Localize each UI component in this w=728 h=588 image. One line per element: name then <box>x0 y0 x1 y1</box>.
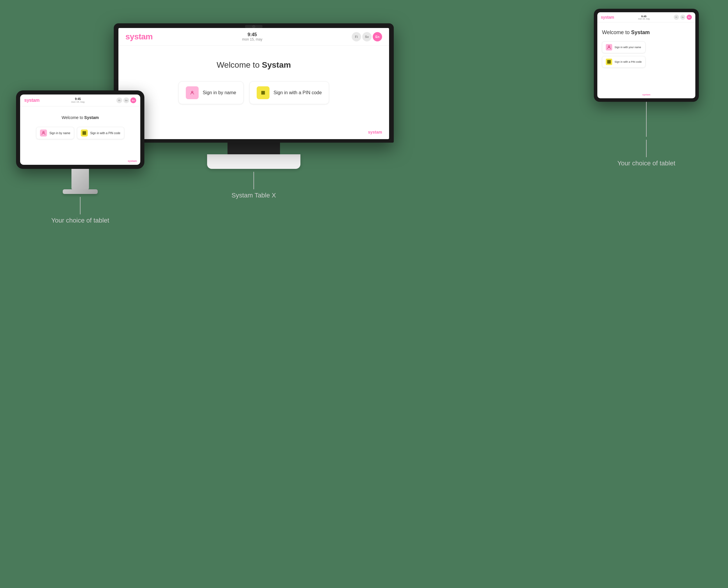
svg-rect-12 <box>84 131 85 132</box>
left-tablet-screen: systam 9:45 mon 15, may Fi Sv En Welcome… <box>20 94 140 165</box>
right-tablet-stand-line <box>646 102 647 137</box>
right-label-arrow <box>646 140 647 157</box>
svg-rect-27 <box>607 63 608 64</box>
monitor-sign-name-button[interactable]: Sign in by name <box>179 81 244 104</box>
right-tablet-screen: systam 9:45 mon 15, may Fi Sv En Welcome… <box>597 12 695 98</box>
monitor-header: systam 9:45 mon 15, may Fi Sv En <box>119 28 389 46</box>
right-label-container: Your choice of tablet <box>594 140 699 167</box>
right-tablet-footer: systam <box>597 93 695 96</box>
left-sign-name-button[interactable]: Sign in by name <box>36 127 74 139</box>
svg-rect-11 <box>83 131 84 132</box>
left-label-container: Your choice of tablet <box>16 197 144 224</box>
right-lang-en-button[interactable]: En <box>687 15 692 20</box>
right-tablet-header: systam 9:45 mon 15, may Fi Sv En <box>597 12 695 22</box>
monitor-body: Welcome to Systam Sign in by name <box>119 46 389 139</box>
left-tablet-time: 9:45 <box>71 98 85 101</box>
left-tablet-welcome: Welcome to Systam <box>62 115 99 120</box>
left-tablet-bezel: systam 9:45 mon 15, may Fi Sv En Welcome… <box>16 90 144 169</box>
right-name-icon-box <box>606 44 612 50</box>
right-tablet-bezel: systam 9:45 mon 15, may Fi Sv En Welcome… <box>594 9 699 102</box>
right-lang-sv-button[interactable]: Sv <box>680 15 685 20</box>
left-tablet-logo: systam <box>24 98 39 103</box>
svg-point-10 <box>43 131 44 133</box>
monitor-device-label: Systam Table X <box>232 192 276 199</box>
svg-rect-22 <box>609 60 609 61</box>
right-sign-pin-label: Sign in with a PIN code <box>615 60 642 63</box>
lang-sv-button[interactable]: Sv <box>362 32 372 41</box>
right-device-label: Your choice of tablet <box>618 160 675 167</box>
monitor-screen: systam 9:45 mon 15, may Fi Sv En Welcome… <box>119 28 389 139</box>
svg-rect-24 <box>607 62 608 62</box>
left-tablet-footer: systam <box>128 160 137 163</box>
right-tablet-sign-options: Sign in with your name <box>602 41 645 68</box>
svg-rect-1 <box>261 91 262 92</box>
svg-rect-23 <box>610 60 611 61</box>
right-tablet-welcome: Welcome to Systam <box>602 29 650 36</box>
monitor-welcome: Welcome to Systam <box>217 60 291 70</box>
right-sign-pin-button[interactable]: Sign in with a PIN code <box>602 56 645 68</box>
svg-rect-14 <box>83 133 84 133</box>
left-tablet-time-block: 9:45 mon 15, may <box>71 98 85 103</box>
monitor-sign-options: Sign in by name <box>179 81 329 104</box>
svg-rect-5 <box>263 92 263 93</box>
lang-en-button[interactable]: En <box>373 32 382 41</box>
left-lang-sv-button[interactable]: Sv <box>123 98 129 103</box>
monitor-label-arrow <box>253 172 254 189</box>
monitor-sign-name-label: Sign in by name <box>203 90 236 96</box>
svg-rect-29 <box>610 63 611 64</box>
svg-rect-4 <box>261 92 262 93</box>
svg-rect-19 <box>85 134 86 135</box>
monitor-stand-neck <box>228 143 280 154</box>
left-name-icon-box <box>40 129 47 136</box>
right-tablet-time-block: 9:45 mon 15, may <box>638 15 649 20</box>
left-pin-icon-box <box>81 129 88 136</box>
right-sign-name-button[interactable]: Sign in with your name <box>602 41 645 53</box>
monitor-date: mon 15, may <box>242 37 262 41</box>
right-tablet: systam 9:45 mon 15, may Fi Sv En Welcome… <box>594 9 699 167</box>
svg-rect-25 <box>609 62 609 62</box>
svg-rect-15 <box>84 133 85 133</box>
left-sign-pin-label: Sign in with a PIN code <box>90 131 120 135</box>
svg-rect-28 <box>609 63 609 64</box>
right-person-icon <box>607 45 611 49</box>
right-tablet-lang-buttons: Fi Sv En <box>674 15 692 20</box>
svg-point-0 <box>191 91 193 93</box>
monitor-pin-icon-box <box>257 86 270 99</box>
left-person-icon <box>41 131 46 135</box>
left-tablet-sign-options: Sign in by name <box>36 127 124 139</box>
svg-point-20 <box>608 46 609 47</box>
monitor-sign-pin-button[interactable]: Sign in with a PIN code <box>249 81 329 104</box>
center-monitor: systam 9:45 mon 15, may Fi Sv En Welcome… <box>114 23 394 199</box>
right-sign-name-label: Sign in with your name <box>615 46 641 49</box>
left-sign-pin-button[interactable]: Sign in with a PIN code <box>77 127 124 139</box>
svg-rect-21 <box>607 60 608 61</box>
monitor-time: 9:45 <box>242 32 262 37</box>
svg-rect-26 <box>610 62 611 62</box>
lang-fi-button[interactable]: Fi <box>352 32 361 41</box>
monitor-footer: systam <box>368 130 382 134</box>
monitor-lang-buttons: Fi Sv En <box>352 32 382 41</box>
left-lang-en-button[interactable]: En <box>130 98 136 103</box>
monitor-bezel: systam 9:45 mon 15, may Fi Sv En Welcome… <box>114 23 394 143</box>
svg-rect-18 <box>84 134 85 135</box>
right-lang-fi-button[interactable]: Fi <box>674 15 679 20</box>
left-tablet-stand <box>71 169 89 189</box>
left-tablet-header: systam 9:45 mon 15, may Fi Sv En <box>20 94 140 106</box>
svg-rect-7 <box>261 93 262 94</box>
svg-rect-16 <box>85 133 86 133</box>
left-tablet-lang-buttons: Fi Sv En <box>117 98 136 103</box>
left-sign-name-label: Sign in by name <box>49 131 70 135</box>
left-grid-icon <box>82 131 87 135</box>
svg-rect-6 <box>264 92 265 93</box>
right-tablet-date: mon 15, may <box>638 18 649 20</box>
monitor-name-icon-box <box>186 86 199 99</box>
left-tablet: systam 9:45 mon 15, may Fi Sv En Welcome… <box>16 90 144 224</box>
monitor-label-container: Systam Table X <box>114 172 394 199</box>
person-icon <box>190 90 194 95</box>
right-tablet-time: 9:45 <box>638 15 649 18</box>
left-lang-fi-button[interactable]: Fi <box>117 98 122 103</box>
svg-rect-3 <box>264 91 265 92</box>
svg-rect-8 <box>263 93 263 94</box>
monitor-camera <box>245 25 263 28</box>
left-label-arrow <box>80 197 81 214</box>
